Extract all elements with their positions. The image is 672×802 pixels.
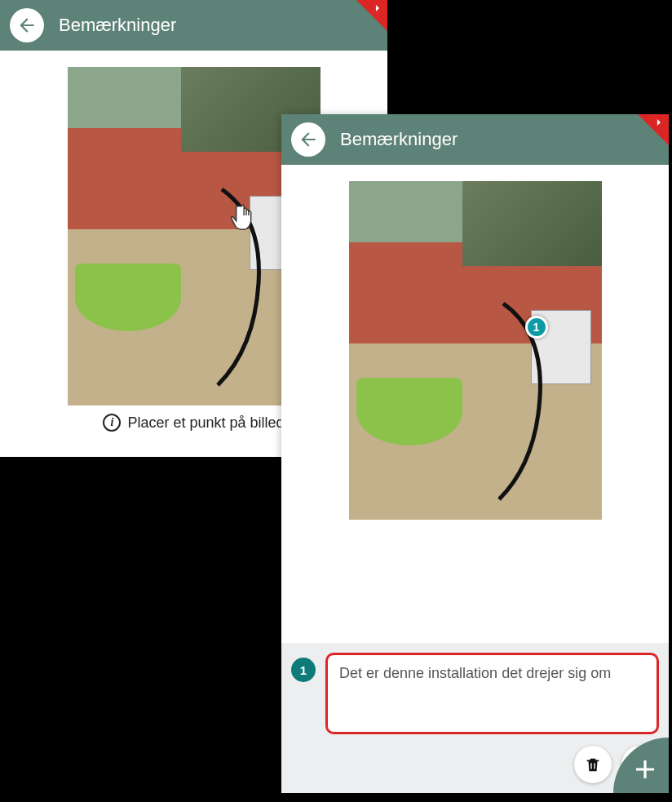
- note-textarea[interactable]: [325, 653, 659, 734]
- trash-icon: [584, 755, 602, 773]
- note-number-badge: 1: [291, 658, 316, 682]
- note-editor-area: 1: [281, 643, 669, 793]
- plus-icon: [630, 754, 661, 785]
- panel-content: 1: [281, 165, 669, 643]
- panel-title: Bemærkninger: [59, 15, 176, 36]
- info-hint-text: Placer et punkt på billed: [127, 414, 284, 432]
- info-icon: i: [103, 414, 121, 432]
- annotation-image[interactable]: 1: [349, 181, 602, 520]
- note-row: 1: [291, 653, 659, 734]
- delete-button[interactable]: [574, 746, 612, 783]
- panel-title: Bemærkninger: [340, 129, 458, 150]
- info-hint-row: i Placer et punkt på billed: [103, 414, 284, 432]
- annotation-marker[interactable]: 1: [525, 316, 548, 339]
- panel-header: Bemærkninger: [0, 0, 387, 51]
- annotation-panel-step2: Bemærkninger 1 1: [281, 114, 669, 793]
- corner-flag-icon: [655, 117, 666, 131]
- back-button[interactable]: [10, 8, 44, 42]
- arrow-left-icon: [298, 129, 319, 150]
- corner-flag-icon: [374, 2, 385, 16]
- note-actions: [291, 746, 659, 783]
- arrow-left-icon: [16, 15, 38, 36]
- back-button[interactable]: [291, 122, 325, 157]
- panel-header: Bemærkninger: [281, 114, 669, 165]
- hand-cursor-icon: [231, 202, 262, 236]
